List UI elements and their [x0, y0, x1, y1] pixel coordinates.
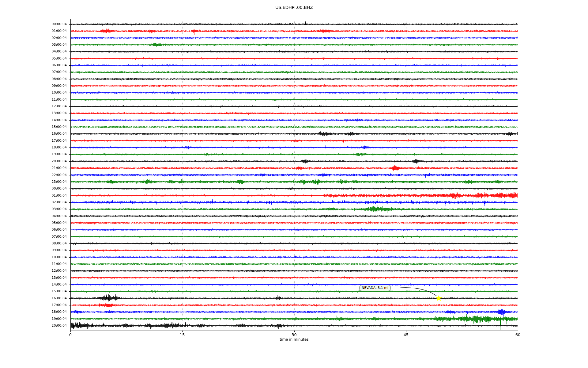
row-label: 04:00:04 [52, 214, 67, 218]
row-label: 02:00:04 [52, 36, 67, 40]
x-tick-label: 45 [397, 332, 415, 337]
row-label: 08:00:04 [52, 241, 67, 246]
row-label: 09:00:04 [52, 248, 67, 252]
row-label: 07:00:04 [52, 235, 67, 239]
x-axis-label: time in minutes [70, 337, 518, 342]
row-label: 14:00:04 [52, 282, 67, 287]
row-label: 10:00:04 [52, 90, 67, 95]
row-label: 08:00:04 [52, 77, 67, 81]
row-label: 19:00:04 [52, 317, 67, 321]
row-label: 18:00:04 [52, 145, 67, 150]
row-label: 20:00:04 [52, 324, 67, 328]
row-label: 20:00:04 [52, 159, 67, 163]
row-label: 12:00:04 [52, 269, 67, 273]
row-label: 11:00:04 [52, 262, 67, 266]
row-label: 16:00:04 [52, 296, 67, 301]
row-label: 05:00:04 [52, 221, 67, 225]
x-tick-label: 30 [285, 332, 303, 337]
x-tick-label: 15 [173, 332, 191, 337]
row-label: 06:00:04 [52, 228, 67, 232]
event-annotation: NEVADA, 3.1 ml [359, 285, 391, 291]
row-label: 17:00:04 [52, 303, 67, 307]
row-label: 06:00:04 [52, 63, 67, 67]
helicorder-plot-canvas[interactable] [0, 0, 588, 368]
row-label: 12:00:04 [52, 104, 67, 109]
helicorder-figure: US.EDHPI.00.BHZ time in minutes 00:00:04… [0, 0, 588, 368]
row-label: 15:00:04 [52, 125, 67, 129]
row-label: 01:00:04 [52, 29, 67, 33]
page-title: US.EDHPI.00.BHZ [70, 5, 518, 10]
row-label: 10:00:04 [52, 255, 67, 259]
row-label: 13:00:04 [52, 111, 67, 115]
x-tick-label: 60 [509, 332, 527, 337]
row-label: 05:00:04 [52, 56, 67, 61]
row-label: 00:00:04 [52, 186, 67, 191]
row-label: 15:00:04 [52, 289, 67, 293]
row-label: 09:00:04 [52, 84, 67, 88]
row-label: 03:00:04 [52, 43, 67, 47]
row-label: 18:00:04 [52, 310, 67, 314]
row-label: 22:00:04 [52, 173, 67, 177]
row-label: 07:00:04 [52, 70, 67, 74]
x-tick-label: 0 [61, 332, 80, 337]
row-label: 21:00:04 [52, 166, 67, 170]
row-label: 19:00:04 [52, 152, 67, 156]
row-label: 17:00:04 [52, 139, 67, 143]
row-label: 02:00:04 [52, 200, 67, 205]
row-label: 13:00:04 [52, 276, 67, 280]
row-label: 00:00:04 [52, 22, 67, 26]
row-label: 11:00:04 [52, 98, 67, 102]
row-label: 14:00:04 [52, 118, 67, 122]
row-label: 16:00:04 [52, 132, 67, 136]
row-label: 01:00:04 [52, 194, 67, 198]
row-label: 23:00:04 [52, 180, 67, 184]
row-label: 04:00:04 [52, 49, 67, 54]
row-label: 03:00:04 [52, 207, 67, 211]
